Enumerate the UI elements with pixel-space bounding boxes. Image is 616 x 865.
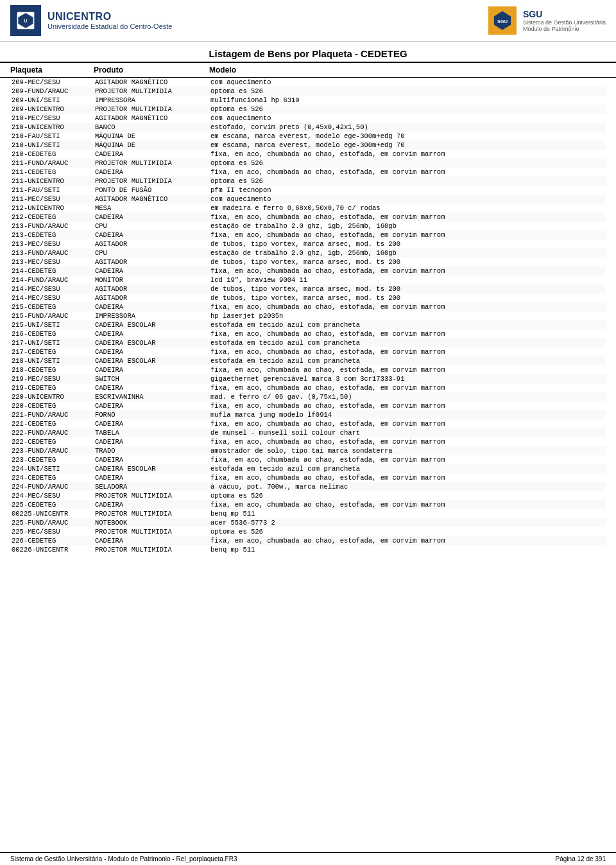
col-header-produto: Produto (94, 66, 209, 74)
cell-produto: CADEIRA (94, 150, 209, 158)
table-row: 224-CEDETEGCADEIRAfixa, em aco, chumbada… (10, 473, 606, 482)
cell-modelo: benq mp 511 (209, 510, 606, 518)
cell-produto: CADEIRA (94, 213, 209, 221)
cell-produto: SWITCH (94, 375, 209, 383)
cell-plaqueta: 00226-UNICENTR (10, 546, 94, 554)
cell-produto: CADEIRA (94, 537, 209, 545)
cell-plaqueta: 213-FUND/ARAUC (10, 249, 94, 257)
table-row: 213-FUND/ARAUCCPUestação de trabalho 2.0… (10, 222, 606, 231)
cell-plaqueta: 210-UNICENTRO (10, 123, 94, 131)
sgu-description: SGU Sistema de Gestão Universitária Módu… (523, 9, 606, 32)
cell-modelo: optoma es 526 (209, 528, 606, 536)
cell-produto: CADEIRA (94, 438, 209, 446)
cell-produto: AGITADOR MAGNÉTICO (94, 114, 209, 122)
cell-plaqueta: 209-MEC/SESU (10, 78, 94, 86)
cell-produto: PROJETOR MULTIMIDIA (94, 159, 209, 167)
cell-modelo: de tubos, tipo vortex, marca arsec, mod.… (209, 258, 606, 266)
cell-produto: CADEIRA (94, 456, 209, 464)
cell-plaqueta: 219-MEC/SESU (10, 375, 94, 383)
cell-produto: TRADO (94, 447, 209, 455)
cell-modelo: estação de trabalho 2.0 ghz, 1gb, 256mb,… (209, 249, 606, 257)
university-name: UNICENTRO Universidade Estadual do Centr… (47, 11, 172, 30)
cell-produto: AGITADOR (94, 240, 209, 248)
cell-modelo: com aquecimento (209, 114, 606, 122)
cell-modelo: optoma es 526 (209, 87, 606, 95)
cell-modelo: mufla marca jung modelo lf0914 (209, 411, 606, 419)
cell-produto: MESA (94, 204, 209, 212)
cell-modelo: optoma es 526 (209, 159, 606, 167)
cell-modelo: em madeira e ferro 0,68x0,50x0,70 c/ rod… (209, 204, 606, 212)
cell-plaqueta: 211-MEC/SESU (10, 195, 94, 203)
table-row: 211-UNICENTROPROJETOR MULTIMIDIAoptoma e… (10, 177, 606, 186)
cell-produto: CADEIRA ESCOLAR (94, 357, 209, 365)
cell-plaqueta: 220-CEDETEG (10, 402, 94, 410)
cell-produto: AGITADOR MAGNÉTICO (94, 195, 209, 203)
table-row: 216-CEDETEGCADEIRAfixa, em aco, chumbada… (10, 329, 606, 338)
university-title: UNICENTRO (47, 11, 172, 22)
footer-page-number: Página 12 de 391 (556, 855, 606, 862)
cell-produto: CADEIRA (94, 474, 209, 482)
cell-plaqueta: 211-FAU/SETI (10, 186, 94, 194)
cell-modelo: fixa, em aco, chumbada ao chao, estofada… (209, 303, 606, 311)
cell-modelo: fixa, em aco, chumbada ao chao, estofada… (209, 384, 606, 392)
cell-modelo: em escama, marca everest, modelo ege-300… (209, 141, 606, 149)
cell-plaqueta: 217-UNI/SETI (10, 339, 94, 347)
cell-modelo: fixa, em aco, chumbada ao chao, estofada… (209, 231, 606, 239)
cell-modelo: pfm II tecnopon (209, 186, 606, 194)
cell-produto: CPU (94, 249, 209, 257)
cell-modelo: optoma es 526 (209, 177, 606, 185)
cell-produto: CADEIRA (94, 402, 209, 410)
cell-produto: TABELA (94, 429, 209, 437)
cell-produto: CADEIRA (94, 420, 209, 428)
data-table: 209-MEC/SESUAGITADOR MAGNÉTICOcom aqueci… (0, 78, 616, 554)
svg-text:U: U (24, 19, 28, 23)
cell-plaqueta: 221-CEDETEG (10, 420, 94, 428)
cell-produto: CPU (94, 222, 209, 230)
cell-produto: CADEIRA (94, 231, 209, 239)
table-row: 210-UNI/SETIMÁQUINA DEem escama, marca e… (10, 141, 606, 150)
table-row: 222-CEDETEGCADEIRAfixa, em aco, chumbada… (10, 437, 606, 446)
cell-produto: CADEIRA (94, 330, 209, 338)
table-row: 210-UNICENTROBANCOestofado, corvim preto… (10, 123, 606, 132)
cell-plaqueta: 222-FUND/ARAUC (10, 429, 94, 437)
cell-plaqueta: 225-CEDETEG (10, 501, 94, 509)
column-headers: Plaqueta Produto Modelo (0, 63, 616, 78)
sgu-title: SGU (523, 9, 606, 19)
cell-produto: PROJETOR MULTIMIDIA (94, 492, 209, 500)
table-row: 223-CEDETEGCADEIRAfixa, em aco, chumbada… (10, 455, 606, 464)
cell-plaqueta: 225-MEC/SESU (10, 528, 94, 536)
table-row: 223-FUND/ARAUCTRADOamostrador de solo, t… (10, 446, 606, 455)
table-row: 212-UNICENTROMESAem madeira e ferro 0,68… (10, 204, 606, 213)
cell-produto: PROJETOR MULTIMIDIA (94, 105, 209, 113)
cell-produto: AGITADOR (94, 258, 209, 266)
table-row: 211-FAU/SETIPONTO DE FUSÃOpfm II tecnopo… (10, 186, 606, 195)
cell-plaqueta: 213-FUND/ARAUC (10, 222, 94, 230)
cell-modelo: optoma es 526 (209, 105, 606, 113)
cell-plaqueta: 210-CEDETEG (10, 150, 94, 158)
table-row: 221-FUND/ARAUCFORNOmufla marca jung mode… (10, 410, 606, 419)
cell-modelo: fixa, em aco, chumbada ao chao, estofada… (209, 402, 606, 410)
cell-plaqueta: 220-UNICENTRO (10, 393, 94, 401)
table-row: 215-FUND/ARAUCIMPRESSORAhp laserjet p203… (10, 311, 606, 320)
cell-plaqueta: 211-CEDETEG (10, 168, 94, 176)
cell-produto: CADEIRA (94, 267, 209, 275)
cell-produto: AGITADOR (94, 294, 209, 302)
cell-modelo: fixa, em aco, chumbada ao chao, estofada… (209, 168, 606, 176)
cell-plaqueta: 213-MEC/SESU (10, 258, 94, 266)
table-row: 222-FUND/ARAUCTABELAde munsel - munsell … (10, 428, 606, 437)
table-row: 224-MEC/SESUPROJETOR MULTIMIDIAoptoma es… (10, 491, 606, 500)
table-row: 211-CEDETEGCADEIRAfixa, em aco, chumbada… (10, 168, 606, 177)
cell-modelo: fixa, em aco, chumbada ao chao, estofada… (209, 501, 606, 509)
cell-produto: CADEIRA (94, 501, 209, 509)
cell-produto: SELADORA (94, 483, 209, 491)
cell-produto: ESCRIVANINHA (94, 393, 209, 401)
cell-modelo: multifuncional hp 6310 (209, 96, 606, 104)
table-row: 218-UNI/SETICADEIRA ESCOLARestofada em t… (10, 356, 606, 365)
cell-produto: CADEIRA (94, 366, 209, 374)
cell-plaqueta: 209-UNI/SETI (10, 96, 94, 104)
university-branding: U UNICENTRO Universidade Estadual do Cen… (10, 5, 172, 36)
cell-plaqueta: 224-UNI/SETI (10, 465, 94, 473)
cell-plaqueta: 218-CEDETEG (10, 366, 94, 374)
table-row: 210-FAU/SETIMÁQUINA DEem escama, marca e… (10, 132, 606, 141)
cell-produto: PROJETOR MULTIMIDIA (94, 510, 209, 518)
